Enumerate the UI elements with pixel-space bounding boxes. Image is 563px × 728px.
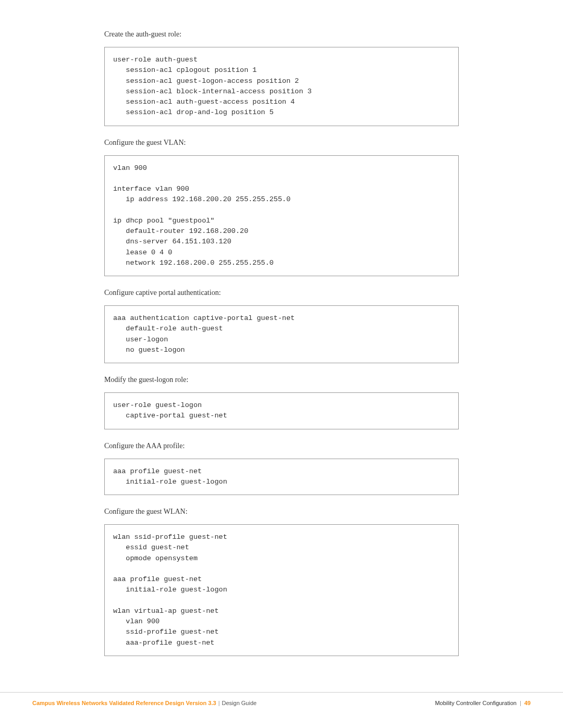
footer-right: Mobility Controller Configuration | 49 <box>435 700 531 706</box>
code-block: aaa profile guest-net initial-role guest… <box>104 459 459 496</box>
footer-separator: | <box>520 700 521 706</box>
code-block: vlan 900 interface vlan 900 ip address 1… <box>104 155 459 277</box>
section-label: Configure captive portal authentication: <box>104 289 459 297</box>
footer-separator: | <box>218 700 220 706</box>
code-block: wlan ssid-profile guest-net essid guest-… <box>104 524 459 656</box>
document-content: Create the auth-guest role: user-role au… <box>0 0 563 656</box>
footer-page-number: 49 <box>524 700 531 706</box>
code-block: user-role auth-guest session-acl cplogou… <box>104 47 459 126</box>
section-label: Configure the guest WLAN: <box>104 508 459 516</box>
section-label: Configure the guest VLAN: <box>104 139 459 147</box>
page-footer: Campus Wireless Networks Validated Refer… <box>0 692 563 706</box>
footer-title: Campus Wireless Networks Validated Refer… <box>32 700 216 706</box>
section-label: Modify the guest-logon role: <box>104 376 459 384</box>
section-label: Configure the AAA profile: <box>104 442 459 450</box>
code-block: user-role guest-logon captive-portal gue… <box>104 392 459 429</box>
code-block: aaa authentication captive-portal guest-… <box>104 305 459 363</box>
footer-subtitle: Design Guide <box>222 700 257 706</box>
footer-section: Mobility Controller Configuration <box>435 700 517 706</box>
footer-left: Campus Wireless Networks Validated Refer… <box>32 700 256 706</box>
section-label: Create the auth-guest role: <box>104 30 459 39</box>
